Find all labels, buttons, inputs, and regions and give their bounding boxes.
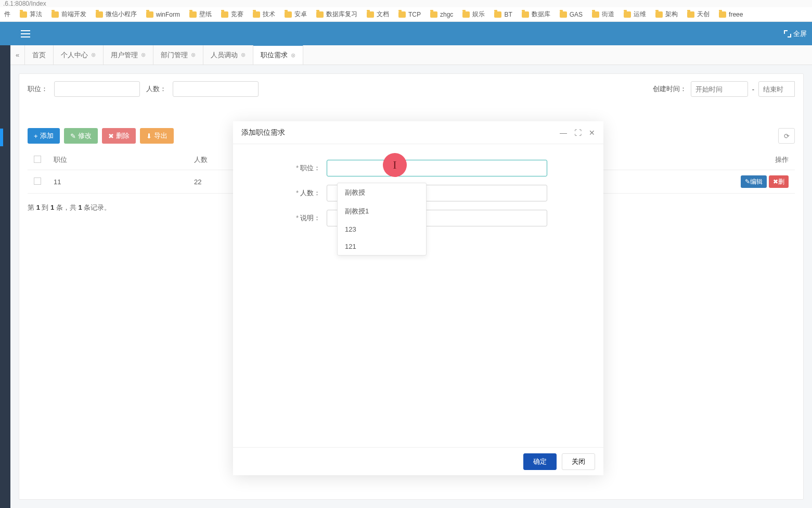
bookmark-label: freee	[729, 11, 743, 18]
bookmark-label: 文档	[377, 10, 389, 19]
dropdown-item[interactable]: 副教授1	[338, 202, 426, 221]
folder-icon	[253, 11, 260, 18]
dropdown-item[interactable]: 副教授	[338, 183, 426, 202]
folder-icon	[221, 11, 228, 18]
dropdown-item[interactable]: 121	[338, 238, 426, 255]
sidebar-active-indicator	[0, 129, 3, 146]
browser-address-bar: .6.1:8080/Index	[0, 0, 812, 7]
url-text: .6.1:8080/Index	[3, 0, 46, 7]
fullscreen-icon	[784, 30, 791, 37]
modal-maximize-icon[interactable]: ⛶	[574, 129, 582, 137]
folder-icon	[655, 11, 663, 18]
modal-ok-button[interactable]: 确定	[523, 453, 557, 470]
bookmark-bar: 件算法前端开发微信小程序winForm壁纸竞赛技术安卓数据库复习文档TCPzhg…	[0, 7, 812, 22]
modal-cancel-button[interactable]: 关闭	[562, 453, 595, 470]
form-position-input[interactable]	[327, 160, 547, 176]
add-position-modal: 添加职位需求 — ⛶ ✕ *职位： *人数： *	[233, 121, 603, 475]
cursor-highlight	[383, 153, 407, 177]
bookmark-label: GAS	[570, 11, 583, 18]
bookmark-item[interactable]: 数据库复习	[316, 10, 357, 19]
left-sidebar	[0, 45, 10, 508]
bookmark-label: 娱乐	[472, 10, 485, 19]
bookmark-item[interactable]: 数据库	[522, 10, 550, 19]
folder-icon	[522, 11, 529, 18]
bookmark-item[interactable]: 前端开发	[51, 10, 86, 19]
modal-minimize-icon[interactable]: —	[560, 129, 567, 137]
bookmark-item[interactable]: BT	[494, 11, 512, 18]
bookmark-item[interactable]: 件	[4, 10, 10, 19]
bookmark-label: 天创	[697, 10, 710, 19]
folder-icon	[189, 11, 197, 18]
folder-icon	[624, 11, 631, 18]
bookmark-label: 数据库	[532, 10, 550, 19]
fullscreen-button[interactable]: 全屏	[784, 29, 807, 39]
bookmark-label: 件	[4, 10, 10, 19]
fullscreen-label: 全屏	[793, 29, 807, 39]
bookmark-label: 数据库复习	[326, 10, 357, 19]
bookmark-label: 竞赛	[231, 10, 243, 19]
folder-icon	[96, 11, 103, 18]
form-desc-label: *说明：	[254, 213, 327, 223]
bookmark-item[interactable]: GAS	[560, 11, 583, 18]
bookmark-label: 街道	[602, 10, 614, 19]
bookmark-label: winForm	[156, 11, 180, 18]
form-position-label: *职位：	[254, 163, 327, 173]
folder-icon	[20, 11, 27, 18]
bookmark-item[interactable]: TCP	[398, 11, 421, 18]
app-header: 全屏	[0, 22, 812, 45]
bookmark-item[interactable]: 架构	[655, 10, 678, 19]
modal-footer: 确定 关闭	[233, 447, 603, 475]
folder-icon	[367, 11, 374, 18]
bookmark-label: 壁纸	[199, 10, 212, 19]
bookmark-label: BT	[504, 11, 512, 18]
bookmark-label: 安卓	[294, 10, 307, 19]
folder-icon	[494, 11, 501, 18]
modal-body: *职位： *人数： *说明： 副教授副教授1123121	[233, 144, 603, 447]
hamburger-icon[interactable]	[21, 30, 30, 37]
bookmark-label: 技术	[263, 10, 275, 19]
bookmark-label: 前端开发	[61, 10, 86, 19]
bookmark-item[interactable]: 运维	[624, 10, 646, 19]
bookmark-item[interactable]: freee	[719, 11, 743, 18]
folder-icon	[316, 11, 324, 18]
folder-icon	[51, 11, 59, 18]
bookmark-item[interactable]: 微信小程序	[96, 10, 137, 19]
bookmark-label: TCP	[408, 11, 421, 18]
modal-header: 添加职位需求 — ⛶ ✕	[233, 121, 603, 144]
bookmark-item[interactable]: 竞赛	[221, 10, 243, 19]
dropdown-item[interactable]: 123	[338, 221, 426, 238]
modal-backdrop: 添加职位需求 — ⛶ ✕ *职位： *人数： *	[10, 45, 812, 508]
bookmark-item[interactable]: 街道	[592, 10, 614, 19]
folder-icon	[592, 11, 599, 18]
bookmark-label: 算法	[30, 10, 42, 19]
bookmark-label: 微信小程序	[106, 10, 137, 19]
folder-icon	[560, 11, 567, 18]
bookmark-item[interactable]: 娱乐	[462, 10, 485, 19]
bookmark-label: zhgc	[440, 11, 453, 18]
bookmark-item[interactable]: zhgc	[430, 11, 453, 18]
folder-icon	[687, 11, 694, 18]
bookmark-label: 架构	[665, 10, 678, 19]
modal-close-icon[interactable]: ✕	[589, 129, 595, 137]
modal-title: 添加职位需求	[241, 128, 285, 137]
folder-icon	[430, 11, 437, 18]
folder-icon	[146, 11, 153, 18]
bookmark-item[interactable]: 天创	[687, 10, 710, 19]
position-autocomplete-dropdown: 副教授副教授1123121	[337, 183, 427, 256]
bookmark-label: 运维	[634, 10, 646, 19]
bookmark-item[interactable]: 文档	[367, 10, 389, 19]
bookmark-item[interactable]: winForm	[146, 11, 180, 18]
folder-icon	[719, 11, 726, 18]
bookmark-item[interactable]: 算法	[20, 10, 42, 19]
bookmark-item[interactable]: 技术	[253, 10, 275, 19]
form-count-label: *人数：	[254, 188, 327, 198]
folder-icon	[462, 11, 470, 18]
bookmark-item[interactable]: 壁纸	[189, 10, 212, 19]
bookmark-item[interactable]: 安卓	[285, 10, 307, 19]
folder-icon	[285, 11, 292, 18]
folder-icon	[398, 11, 406, 18]
